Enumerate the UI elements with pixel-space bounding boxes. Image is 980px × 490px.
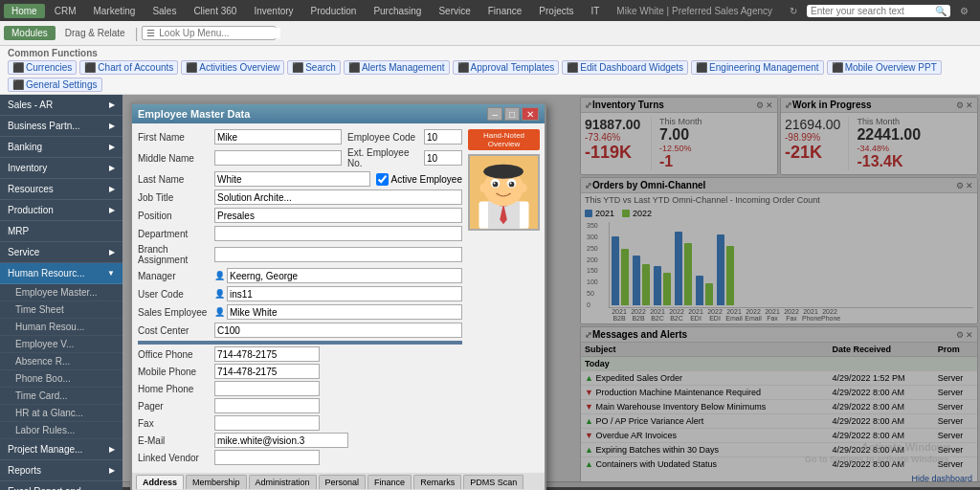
common-functions-bar: Common Functions ⬛Currencies ⬛Chart of A… xyxy=(0,46,980,95)
nav-client360[interactable]: Client 360 xyxy=(186,4,244,18)
modal-close-button[interactable]: ✕ xyxy=(522,107,539,121)
sidebar-sub-human-res[interactable]: Human Resou... xyxy=(0,319,122,336)
sidebar-sub-timesheet[interactable]: Time Sheet xyxy=(0,301,122,319)
drag-relate-button[interactable]: Drag & Relate xyxy=(59,26,131,40)
nav-sales[interactable]: Sales xyxy=(145,4,184,18)
phone-mobile-row: Mobile Phone xyxy=(138,364,462,379)
department-input[interactable] xyxy=(214,226,462,241)
sidebar-item-resources[interactable]: Resources▶ xyxy=(0,179,122,200)
common-item-settings[interactable]: ⬛General Settings xyxy=(8,78,102,92)
firstname-input[interactable] xyxy=(214,129,342,145)
pager-input[interactable] xyxy=(214,398,320,413)
sidebar-item-mrp[interactable]: MRP xyxy=(0,221,122,242)
common-item-chart-accounts[interactable]: ⬛Chart of Accounts xyxy=(79,60,178,75)
nav-service[interactable]: Service xyxy=(431,4,478,18)
sidebar-sub-absence[interactable]: Absence R... xyxy=(0,353,122,370)
nav-purchasing[interactable]: Purchasing xyxy=(366,4,429,18)
tab-pdms-scan[interactable]: PDMS Scan xyxy=(463,475,523,489)
sidebar-item-sales[interactable]: Sales - AR▶ xyxy=(0,95,122,116)
common-item-search[interactable]: ⬛Search xyxy=(287,60,341,75)
tab-personal[interactable]: Personal xyxy=(319,475,367,489)
sidebar-item-banking[interactable]: Banking▶ xyxy=(0,137,122,158)
sidebar-item-business-partners[interactable]: Business Partn...▶ xyxy=(0,116,122,137)
sales-employee-input[interactable] xyxy=(227,304,462,320)
home-phone-input[interactable] xyxy=(214,381,320,396)
tab-address[interactable]: Address xyxy=(136,475,184,489)
phone-office-row: Office Phone xyxy=(138,346,462,362)
sidebar-item-project[interactable]: Project Manage...▶ xyxy=(0,439,122,460)
tab-remarks[interactable]: Remarks xyxy=(413,475,461,489)
common-item-dashboard[interactable]: ⬛Edit Dashboard Widgets xyxy=(562,60,688,75)
sidebar-sub-hr-glance[interactable]: HR at a Glanc... xyxy=(0,405,122,422)
search-input[interactable] xyxy=(811,6,935,16)
nav-home[interactable]: Home xyxy=(4,4,45,18)
gen-settings-icon: ⬛ xyxy=(12,79,24,90)
sidebar-item-inventory[interactable]: Inventory▶ xyxy=(0,158,122,179)
sidebar-item-production[interactable]: Production▶ xyxy=(0,200,122,221)
active-employee-checkbox[interactable] xyxy=(376,173,389,186)
menu-lookup: ☰ xyxy=(142,26,276,40)
modal-form-left: First Name Employee Code Middle Name Ext… xyxy=(138,129,462,467)
modal-minimize-button[interactable]: – xyxy=(487,107,502,121)
branch-input[interactable] xyxy=(214,247,462,262)
extemployeeno-input[interactable] xyxy=(424,150,462,166)
search-icon[interactable]: 🔍 xyxy=(935,6,947,16)
common-item-alerts[interactable]: ⬛Alerts Management xyxy=(344,60,450,75)
sidebar-sub-labor-rules[interactable]: Labor Rules... xyxy=(0,422,122,439)
common-item-activities[interactable]: ⬛Activities Overview xyxy=(181,60,284,75)
common-item-currencies[interactable]: ⬛Currencies xyxy=(8,60,77,75)
active-employee-checkbox-row: Active Employee xyxy=(376,173,462,186)
modal-titlebar: Employee Master Data – □ ✕ xyxy=(132,104,545,123)
settings-icon[interactable]: ⚙ xyxy=(952,4,976,18)
nav-it[interactable]: IT xyxy=(583,4,607,18)
user-info: Mike White | Preferred Sales Agency xyxy=(609,4,780,18)
nav-marketing[interactable]: Marketing xyxy=(85,4,143,18)
sidebar-item-service[interactable]: Service▶ xyxy=(0,242,122,263)
sidebar-item-human-resources[interactable]: Human Resourc...▼ xyxy=(0,263,122,284)
manager-input[interactable] xyxy=(227,268,462,283)
svg-point-17 xyxy=(506,194,508,196)
approval-icon: ⬛ xyxy=(457,62,469,73)
modules-button[interactable]: Modules xyxy=(4,26,56,40)
nav-projects[interactable]: Projects xyxy=(531,4,581,18)
common-item-mobile[interactable]: ⬛Mobile Overview PPT xyxy=(827,60,942,75)
employeecode-input[interactable] xyxy=(424,129,462,145)
sidebar-sub-employee-v[interactable]: Employee V... xyxy=(0,336,122,353)
tab-membership[interactable]: Membership xyxy=(186,475,247,489)
modal-maximize-button[interactable]: □ xyxy=(504,107,520,121)
content-area: Employee Master Data – □ ✕ First Name Em… xyxy=(122,95,980,490)
common-item-engineering[interactable]: ⬛Engineering Management xyxy=(691,60,824,75)
lastname-input[interactable] xyxy=(214,171,370,187)
nav-crm[interactable]: CRM xyxy=(47,4,84,18)
hand-noted-button[interactable]: Hand-Noted Overview xyxy=(468,129,540,150)
mobile-phone-input[interactable] xyxy=(214,364,320,379)
search-common-icon: ⬛ xyxy=(292,62,303,73)
email-input[interactable] xyxy=(214,433,348,448)
sidebar-item-reports[interactable]: Reports▶ xyxy=(0,460,122,481)
form-row-sales-employee: Sales Employee 👤 xyxy=(138,304,462,320)
cost-center-input[interactable] xyxy=(214,323,462,338)
nav-inventory[interactable]: Inventory xyxy=(246,4,301,18)
firstname-label: First Name xyxy=(138,132,214,143)
usercode-input[interactable] xyxy=(227,286,462,301)
phones-section-header xyxy=(138,341,462,345)
jobtitle-input[interactable] xyxy=(214,189,462,205)
svg-point-16 xyxy=(502,195,504,197)
sidebar-item-excel[interactable]: Excel Report and Interactive...▶ xyxy=(0,481,122,490)
vendor-input[interactable] xyxy=(214,450,320,465)
nav-finance[interactable]: Finance xyxy=(480,4,530,18)
sidebar-sub-employee-master[interactable]: Employee Master... xyxy=(0,284,122,301)
common-item-approval[interactable]: ⬛Approval Templates xyxy=(453,60,560,75)
nav-production[interactable]: Production xyxy=(303,4,365,18)
fax-input[interactable] xyxy=(214,415,320,431)
refresh-icon[interactable]: ↻ xyxy=(782,4,805,18)
office-phone-input[interactable] xyxy=(214,346,320,362)
menu-search-input[interactable] xyxy=(159,28,280,38)
sidebar-sub-time-card[interactable]: Time Card... xyxy=(0,388,122,405)
tab-administration[interactable]: Administration xyxy=(249,475,317,489)
tab-finance[interactable]: Finance xyxy=(368,475,412,489)
position-input[interactable] xyxy=(214,208,462,223)
second-toolbar: Modules Drag & Relate | ☰ xyxy=(0,21,980,46)
sidebar-sub-phone-book[interactable]: Phone Boo... xyxy=(0,370,122,388)
middlename-input[interactable] xyxy=(214,150,342,166)
